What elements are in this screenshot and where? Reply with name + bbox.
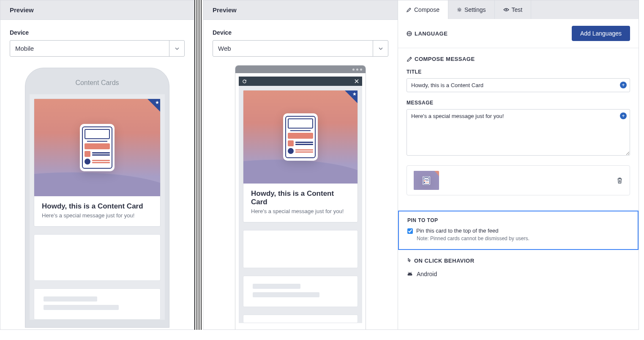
content-card: ★ — [34, 99, 161, 227]
platform-label: Android — [417, 271, 437, 277]
android-icon — [407, 271, 413, 277]
tab-label: Test — [512, 6, 523, 13]
star-icon: ★ — [155, 100, 159, 105]
device-label: Device — [10, 29, 185, 36]
svg-point-0 — [458, 9, 460, 11]
panel-header: Preview — [203, 0, 398, 20]
content-card: ★ — [243, 90, 358, 222]
card-message: Here's a special message just for you! — [251, 208, 350, 214]
svg-point-4 — [410, 274, 411, 274]
refresh-icon[interactable] — [242, 79, 247, 84]
image-attachment-row — [407, 165, 630, 195]
web-preview-frame: ★ — [235, 65, 366, 330]
card-title: Howdy, this is a Content Card — [251, 189, 350, 206]
panel-header: Preview — [0, 0, 194, 20]
pin-to-top-section: PIN TO TOP Pin this card to the top of t… — [398, 211, 639, 250]
chevron-down-icon — [373, 41, 388, 56]
eye-icon — [503, 7, 509, 12]
trash-icon[interactable] — [617, 177, 623, 184]
chevron-down-icon — [169, 41, 184, 56]
title-input[interactable] — [407, 78, 630, 92]
compose-message-heading: COMPOSE MESSAGE — [407, 56, 630, 62]
device-select[interactable]: Web — [213, 40, 388, 57]
device-select-value: Mobile — [10, 41, 169, 56]
device-select-value: Web — [213, 41, 373, 56]
image-thumbnail[interactable] — [414, 171, 439, 190]
placeholder-card — [243, 315, 358, 323]
tab-compose[interactable]: Compose — [398, 0, 448, 19]
close-icon[interactable] — [355, 79, 359, 83]
svg-point-1 — [505, 9, 507, 10]
title-label: TITLE — [407, 69, 630, 75]
on-click-heading: ON CLICK BEHAVIOR — [407, 258, 630, 264]
pin-checkbox[interactable] — [407, 228, 413, 234]
tab-label: Settings — [464, 6, 486, 13]
pointer-icon — [407, 258, 412, 263]
add-languages-button[interactable]: Add Languages — [572, 26, 630, 41]
card-title: Howdy, this is a Content Card — [42, 202, 153, 211]
placeholder-card — [34, 234, 161, 281]
gear-icon — [457, 7, 462, 12]
mobile-preview-frame: Content Cards ★ — [25, 68, 169, 328]
language-heading: LANGUAGE — [407, 30, 448, 37]
pin-heading: PIN TO TOP — [407, 217, 629, 223]
preview-panel-mobile: Preview Device Mobile Content Cards ★ — [0, 0, 194, 330]
browser-chrome — [235, 66, 366, 73]
pin-checkbox-row[interactable]: Pin this card to the top of the feed — [407, 228, 629, 234]
tab-label: Compose — [414, 6, 439, 13]
pin-checkbox-label: Pin this card to the top of the feed — [416, 228, 498, 234]
tab-settings[interactable]: Settings — [448, 0, 495, 19]
pencil-icon — [407, 7, 412, 12]
placeholder-card — [243, 230, 358, 268]
composer-tabs: Compose Settings Test — [398, 0, 639, 19]
placeholder-card — [243, 276, 358, 307]
edit-icon — [407, 56, 412, 62]
tab-test[interactable]: Test — [495, 0, 532, 19]
panel-divider — [194, 0, 203, 330]
card-message: Here's a special message just for you! — [42, 212, 153, 219]
personalization-add-icon[interactable]: + — [620, 112, 627, 119]
svg-point-3 — [409, 274, 409, 274]
message-label: MESSAGE — [407, 100, 630, 106]
star-icon: ★ — [352, 91, 357, 97]
message-textarea[interactable] — [407, 109, 630, 156]
device-label: Device — [213, 29, 388, 36]
pin-note: Note: Pinned cards cannot be dismissed b… — [417, 236, 629, 241]
device-select[interactable]: Mobile — [10, 40, 185, 57]
globe-icon — [407, 31, 412, 36]
mobile-frame-title: Content Cards — [30, 72, 165, 94]
preview-panel-web-and-composer: Preview Device Web — [203, 0, 639, 330]
placeholder-card — [34, 288, 161, 320]
platform-android-row: Android — [407, 271, 630, 277]
personalization-add-icon[interactable]: + — [620, 82, 627, 88]
